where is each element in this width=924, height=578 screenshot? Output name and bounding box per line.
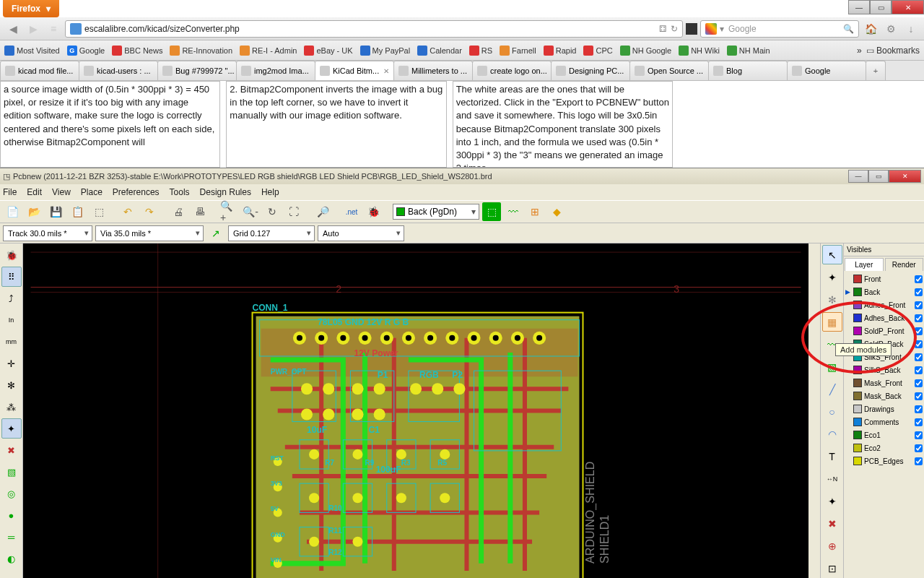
layer-row[interactable]: PCB_Edges [845, 454, 923, 467]
downloads-button[interactable]: ↓ [902, 20, 920, 38]
bookmark-item[interactable]: Rapid [544, 46, 577, 56]
pcbnew-close-button[interactable]: ✕ [889, 170, 921, 183]
layer-row[interactable]: Eco2 [845, 441, 923, 454]
layer-color-swatch[interactable] [853, 457, 862, 465]
add-target-button[interactable]: ✦ [822, 491, 842, 511]
menu-item[interactable]: Place [81, 187, 103, 197]
stumble-icon[interactable]: ⚃ [659, 24, 666, 34]
layer-row[interactable]: Comments [845, 415, 923, 428]
zoom-fit-button[interactable]: ⛶ [284, 202, 303, 221]
bookmarks-overflow-icon[interactable]: » [857, 46, 862, 56]
track-width-selector[interactable]: Track 30.0 mils * [3, 225, 92, 241]
zoom-redraw-button[interactable]: ↻ [263, 202, 282, 221]
back-button[interactable]: ◀ [4, 20, 22, 38]
offset-button[interactable]: ⊕ [822, 536, 842, 556]
bookmark-item[interactable]: RE-Innovation [170, 46, 232, 56]
add-line-button[interactable]: ╱ [822, 379, 842, 399]
add-zones-button[interactable]: ▧ [822, 357, 842, 376]
bookmark-item[interactable]: Calendar [417, 46, 462, 56]
find-button[interactable]: 🔎 [313, 202, 332, 221]
plot-button[interactable]: 🖶 [191, 202, 209, 221]
add-text-button[interactable]: T [822, 447, 842, 466]
add-modules-button[interactable]: ▦ [822, 312, 842, 332]
layer-color-swatch[interactable] [853, 392, 862, 400]
layer-checkbox[interactable] [915, 353, 923, 361]
layer-row[interactable]: Adhes_Back [845, 311, 923, 324]
browser-tab[interactable]: Designing PC... [551, 61, 630, 80]
menu-item[interactable]: Help [261, 187, 279, 197]
browser-tab[interactable]: Google [787, 61, 866, 80]
drc-button[interactable]: 🐞 [364, 202, 383, 221]
layer-checkbox[interactable] [915, 288, 923, 296]
browser-minimize-button[interactable]: — [848, 0, 870, 14]
browser-tab[interactable]: img2mod Ima... [236, 61, 315, 80]
netlist-button[interactable]: .net [342, 202, 361, 221]
menu-item[interactable]: Design Rules [200, 187, 251, 197]
browser-tab[interactable]: create logo on... [472, 61, 552, 80]
layer-checkbox[interactable] [915, 340, 923, 348]
add-circle-button[interactable]: ○ [822, 402, 842, 421]
auto-track-button[interactable]: ↗ [206, 224, 225, 243]
module-editor-button[interactable]: ⬚ [90, 202, 108, 221]
layer-row[interactable]: Mask_Front [845, 376, 923, 389]
canvas-scrollbar-v[interactable] [808, 243, 820, 578]
layer-color-swatch[interactable] [853, 275, 862, 283]
layer-selector[interactable]: Back (PgDn) [393, 204, 479, 220]
addon-icon[interactable] [686, 23, 697, 35]
zones-show-button[interactable]: ✖ [1, 440, 22, 460]
pcb-canvas[interactable]: 2 3 [23, 243, 808, 578]
bookmark-item[interactable]: NH Google [620, 46, 671, 56]
url-bar[interactable]: escalalibre.com/kicad/sizeConverter.php … [65, 20, 683, 38]
layer-row[interactable]: Mask_Back [845, 389, 923, 402]
browser-tab[interactable]: Blog [708, 61, 788, 80]
bookmark-item[interactable]: Most Visited [4, 46, 60, 56]
search-bar[interactable]: ▾ Google 🔍 [700, 20, 859, 38]
zoom-in-button[interactable]: 🔍+ [219, 202, 238, 221]
new-board-button[interactable]: 📄 [3, 202, 22, 221]
cursor-shape-button[interactable]: ✛ [1, 353, 22, 374]
browser-maximize-button[interactable]: ▭ [870, 0, 892, 14]
bookmark-item[interactable]: CPC [583, 46, 612, 56]
bookmark-item[interactable]: NH Main [727, 46, 770, 56]
browser-tab[interactable]: kicad mod file... [0, 61, 79, 80]
pad-fill-button[interactable]: ◎ [1, 483, 22, 504]
grid-button[interactable]: ⊞ [526, 202, 544, 221]
layer-color-swatch[interactable] [853, 327, 862, 335]
reload-icon[interactable]: ↻ [671, 24, 678, 34]
bookmark-item[interactable]: BBC News [112, 46, 162, 56]
track-fill-button[interactable]: ═ [1, 527, 22, 547]
layer-row[interactable]: Front [845, 272, 923, 285]
layer-checkbox[interactable] [915, 431, 923, 439]
browser-tab[interactable]: Open Source ... [629, 61, 709, 80]
redo-button[interactable]: ↷ [140, 202, 159, 221]
layer-checkbox[interactable] [915, 457, 923, 465]
layer-color-swatch[interactable] [853, 379, 862, 387]
bookmark-item[interactable]: Farnell [500, 46, 536, 56]
layer-row[interactable]: SilkS_Back [845, 363, 923, 376]
layer-color-swatch[interactable] [853, 301, 862, 309]
browser-close-button[interactable]: ✕ [892, 0, 924, 14]
pcbnew-maximize-button[interactable]: ▭ [868, 170, 889, 183]
bookmark-item[interactable]: eBay - UK [304, 46, 352, 56]
grid-visible-button[interactable]: ⠿ [1, 267, 22, 287]
layer-color-swatch[interactable] [853, 288, 862, 296]
menu-item[interactable]: Edit [27, 187, 42, 197]
layer-row[interactable]: Adhes_Front [845, 298, 923, 311]
layer-row[interactable]: SoldP_Front [845, 324, 923, 337]
tab-close-icon[interactable]: ✕ [383, 67, 389, 75]
zoom-out-button[interactable]: 🔍- [241, 202, 260, 221]
browser-tab[interactable]: kicad-users : ... [79, 61, 158, 80]
via-size-selector[interactable]: Via 35.0 mils * [95, 225, 204, 241]
bookmark-item[interactable]: My PayPal [360, 46, 411, 56]
layer-checkbox[interactable] [915, 275, 923, 283]
menu-item[interactable]: Preferences [113, 187, 160, 197]
layer-checkbox[interactable] [915, 379, 923, 387]
grid-selector[interactable]: Grid 0.127 [228, 225, 315, 241]
via-fill-button[interactable]: ● [1, 505, 22, 525]
auto-delete-track-button[interactable]: ✦ [1, 418, 22, 439]
layer-row[interactable]: Eco1 [845, 428, 923, 441]
pcbnew-minimize-button[interactable]: — [848, 170, 868, 183]
layer-checkbox[interactable] [915, 392, 923, 400]
add-arc-button[interactable]: ◠ [822, 424, 842, 444]
layer-checkbox[interactable] [915, 366, 923, 374]
